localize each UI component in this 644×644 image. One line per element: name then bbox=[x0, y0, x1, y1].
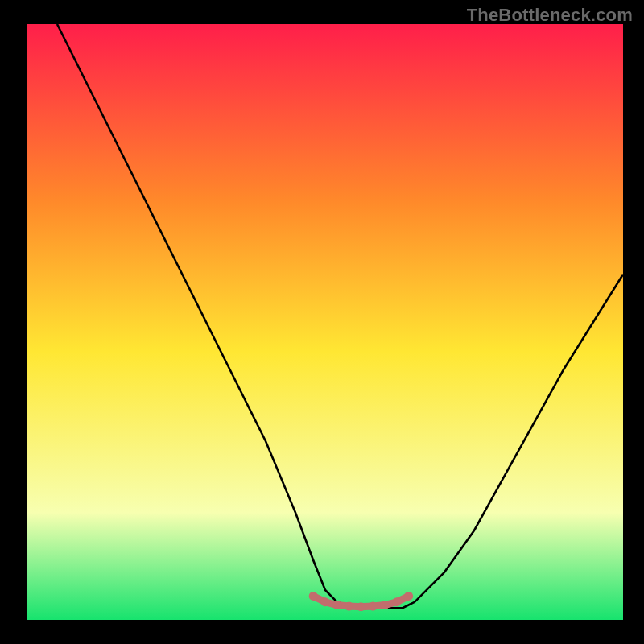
optimal-zone-dot bbox=[381, 601, 390, 609]
optimal-zone-dot bbox=[345, 602, 353, 611]
watermark-text: TheBottleneck.com bbox=[467, 5, 633, 26]
chart-stage: TheBottleneck.com bbox=[0, 0, 644, 644]
optimal-zone-dot bbox=[309, 592, 318, 601]
optimal-zone-dot bbox=[404, 592, 413, 601]
optimal-zone-dot bbox=[392, 597, 401, 606]
optimal-zone-dot bbox=[321, 597, 330, 606]
optimal-zone-dot bbox=[332, 601, 341, 609]
optimal-zone-dot bbox=[357, 602, 365, 611]
optimal-zone-dot bbox=[369, 602, 378, 611]
plot-background bbox=[27, 24, 623, 620]
bottleneck-chart bbox=[0, 0, 644, 644]
